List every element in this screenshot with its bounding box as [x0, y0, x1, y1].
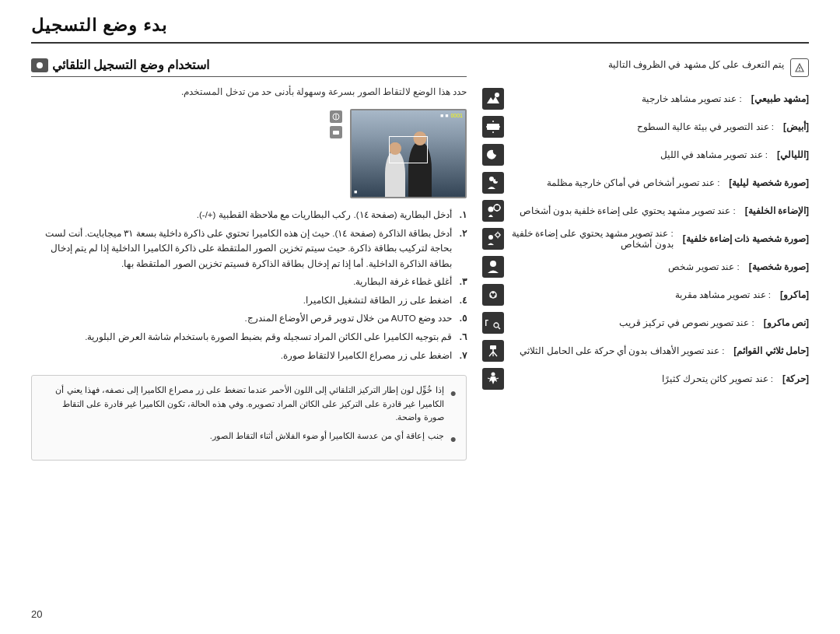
scene-desc-portrait: : عند تصوير شخص [509, 261, 740, 272]
scene-icon-portrait [482, 256, 504, 278]
scene-bracket-backlight-portrait: [صورة شخصية ذات إضاءة خلفية] [683, 233, 809, 244]
note-item-2: ● جنب إعاقة أي من عدسة الكاميرا أو ضوء ا… [41, 429, 457, 447]
svg-marker-2 [487, 96, 499, 103]
scene-item-portrait: [صورة شخصية] : عند تصوير شخص [482, 256, 809, 278]
page-number: 20 [31, 608, 42, 620]
scene-item-white: [أبيض] : عند التصوير في بيئة عالية السطو… [482, 116, 809, 138]
scene-desc-white: : عند التصوير في بيئة عالية السطوح [509, 121, 774, 132]
scene-bracket-night: [الليالي] [777, 149, 809, 160]
svg-point-24 [492, 292, 495, 294]
notes-section: ● إذا خُوِّل لون إطار التركيز التلقائي إ… [31, 375, 467, 461]
instr-text-1: أدخل البطارية (صفحة ١٤). ركب البطاريات م… [31, 208, 452, 223]
left-column: استخدام وضع التسجيل التلقائي حدد هذا الو… [31, 58, 482, 461]
note-text-2: جنب إعاقة أي من عدسة الكاميرا أو ضوء الف… [210, 429, 444, 443]
svg-rect-30 [490, 345, 496, 349]
scene-item-night: [الليالي] : عند تصوير مشاهد في الليل [482, 144, 809, 166]
instr-text-5: حدد وضع AUTO من خلال تدوير قرص الأوضاع ا… [31, 311, 452, 327]
scene-list: [مشهد طبيعي] : عند تصوير مشاهد خارجية [أ… [482, 88, 809, 390]
notice-icon [790, 58, 809, 77]
scene-bracket-landscape: [مشهد طبيعي] [751, 93, 809, 104]
scene-bracket-portrait: [صورة شخصية] [749, 261, 809, 272]
svg-rect-4 [487, 124, 499, 130]
focus-box [389, 136, 428, 163]
note-text-1: إذا خُوِّل لون إطار التركيز التلقائي إلى… [41, 384, 444, 425]
scene-desc-backlight-portrait: : عند تصوير مشهد يحتوي على إضاءة خلفية ب… [509, 228, 674, 250]
instr-text-6: قم بتوجيه الكاميرا على الكائن المراد تسج… [31, 330, 452, 345]
scene-item-backlight: [الإضاءة الخلفية] : عند تصوير مشهد يحتوي… [482, 200, 809, 222]
instr-text-3: أغلق غطاء غرفة البطارية. [31, 275, 452, 290]
note-bullet-1: ● [450, 384, 457, 401]
svg-point-10 [488, 207, 494, 212]
instruction-item-1: ١. أدخل البطارية (صفحة ١٤). ركب البطاريا… [31, 208, 467, 223]
instruction-item-3: ٣. أغلق غطاء غرفة البطارية. [31, 275, 467, 290]
instr-num-2: ٢. [456, 226, 467, 242]
svg-text:T: T [485, 318, 488, 328]
svg-line-36 [488, 378, 490, 379]
svg-point-1 [799, 70, 800, 71]
instruction-item-5: ٥. حدد وضع AUTO من خلال تدوير قرص الأوضا… [31, 311, 467, 327]
instr-num-4: ٤. [456, 293, 467, 309]
notice-box: يتم التعرف على كل مشهد في الظروف التالية [482, 58, 809, 77]
svg-line-37 [496, 378, 499, 379]
scene-item-macro: [ماكرو] : عند تصوير مشاهد مقربة [482, 284, 809, 306]
instr-text-2: أدخل بطاقة الذاكرة (صفحة ١٤). حيث إن هذه… [31, 226, 452, 272]
svg-line-32 [489, 352, 493, 356]
svg-point-3 [495, 93, 499, 97]
scene-bracket-white: [أبيض] [783, 121, 809, 132]
scene-icon-backlight-portrait [482, 228, 504, 250]
svg-point-11 [494, 205, 500, 211]
scene-item-night-portrait: [صورة شخصية ليلية] : عند تصوير أشخاص في … [482, 172, 809, 194]
instruction-item-6: ٦. قم بتوجيه الكاميرا على الكائن المراد … [31, 330, 467, 345]
instruction-item-2: ٢. أدخل بطاقة الذاكرة (صفحة ١٤). حيث إن … [31, 226, 467, 272]
camera-preview-area: 0001 ■ ■ ■ [31, 109, 467, 198]
side-icon-2 [330, 126, 342, 138]
page: بدء وضع التسجيل يتم التعرف على كل مشهد ف… [0, 0, 840, 634]
scene-desc-night-portrait: : عند تصوير أشخاص في أماكن خارجية مظلمة [509, 177, 719, 188]
right-column: يتم التعرف على كل مشهد في الظروف التالية… [482, 58, 809, 461]
svg-point-22 [490, 261, 496, 267]
side-icon-col [330, 109, 342, 138]
instr-num-1: ١. [456, 208, 467, 223]
note-item-1: ● إذا خُوِّل لون إطار التركيز التلقائي إ… [41, 384, 457, 425]
svg-rect-40 [333, 131, 339, 135]
scene-bracket-text-macro: [نص ماكرو] [764, 317, 809, 328]
cam-overlay-top: 0001 ■ ■ [440, 113, 463, 118]
scene-icon-action [482, 368, 504, 390]
camera-preview: 0001 ■ ■ ■ [350, 109, 467, 198]
scene-icon-text-macro: T [482, 312, 504, 334]
notice-text: يتم التعرف على كل مشهد في الظروف التالية [608, 58, 784, 72]
svg-line-33 [493, 352, 497, 356]
instr-text-7: اضغط على زر مصراع الكاميرا لالتقاط صورة. [31, 349, 452, 364]
instruction-item-7: ٧. اضغط على زر مصراع الكاميرا لالتقاط صو… [31, 349, 467, 364]
camera-mode-icon [31, 58, 48, 72]
scene-desc-macro: : عند تصوير مشاهد مقربة [509, 289, 771, 300]
scene-icon-tripod [482, 340, 504, 362]
scene-icon-macro [482, 284, 504, 306]
note-bullet-2: ● [450, 430, 457, 447]
svg-point-16 [488, 235, 493, 240]
svg-point-17 [496, 233, 500, 237]
svg-point-25 [490, 296, 492, 298]
scene-icon-white [482, 116, 504, 138]
instruction-item-4: ٤. اضغط على زر الطاقة لتشغيل الكاميرا. [31, 293, 467, 309]
scene-bracket-action: [حركة] [782, 373, 809, 384]
scene-icon-landscape [482, 88, 504, 110]
scene-item-action: [حركة] : عند تصوير كائن يتحرك كثيرًا [482, 368, 809, 390]
scene-icon-backlight [482, 200, 504, 222]
page-title: بدء وضع التسجيل [31, 16, 167, 36]
scene-desc-text-macro: : عند تصوير نصوص في تركيز قريب [509, 317, 754, 328]
scene-item-backlight-portrait: [صورة شخصية ذات إضاءة خلفية] : عند تصوير… [482, 228, 809, 250]
instr-text-4: اضغط على زر الطاقة لتشغيل الكاميرا. [31, 293, 452, 309]
section-header: استخدام وضع التسجيل التلقائي [31, 58, 467, 77]
side-icon-1 [330, 110, 342, 123]
scene-bracket-tripod: [حامل ثلاثي القوائم] [733, 345, 809, 356]
scene-desc-landscape: : عند تصوير مشاهد خارجية [509, 93, 742, 104]
main-content: يتم التعرف على كل مشهد في الظروف التالية… [31, 58, 809, 461]
svg-line-29 [499, 328, 501, 330]
cam-overlay-bottom: ■ [354, 189, 357, 194]
instr-num-7: ٧. [456, 349, 467, 364]
svg-point-26 [495, 296, 497, 298]
scene-bracket-backlight: [الإضاءة الخلفية] [745, 205, 809, 216]
instructions-list: ١. أدخل البطارية (صفحة ١٤). ركب البطاريا… [31, 208, 467, 363]
svg-point-28 [494, 323, 499, 328]
